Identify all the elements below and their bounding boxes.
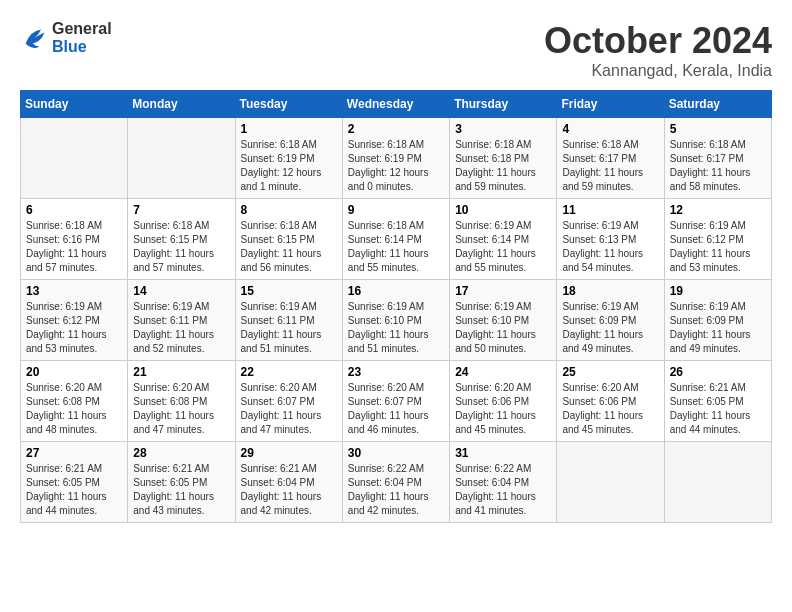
day-number: 8 [241, 203, 337, 217]
day-number: 18 [562, 284, 658, 298]
day-number: 7 [133, 203, 229, 217]
calendar-cell: 11Sunrise: 6:19 AMSunset: 6:13 PMDayligh… [557, 199, 664, 280]
day-number: 22 [241, 365, 337, 379]
day-number: 5 [670, 122, 766, 136]
location-text: Kannangad, Kerala, India [544, 62, 772, 80]
day-info: Sunrise: 6:18 AMSunset: 6:15 PMDaylight:… [241, 219, 337, 275]
logo-blue-text: Blue [52, 38, 112, 56]
day-info: Sunrise: 6:21 AMSunset: 6:05 PMDaylight:… [133, 462, 229, 518]
day-info: Sunrise: 6:20 AMSunset: 6:06 PMDaylight:… [562, 381, 658, 437]
calendar-cell: 19Sunrise: 6:19 AMSunset: 6:09 PMDayligh… [664, 280, 771, 361]
calendar-cell: 30Sunrise: 6:22 AMSunset: 6:04 PMDayligh… [342, 442, 449, 523]
weekday-header: Friday [557, 91, 664, 118]
weekday-header: Monday [128, 91, 235, 118]
calendar-cell [557, 442, 664, 523]
calendar-cell [21, 118, 128, 199]
calendar-cell: 18Sunrise: 6:19 AMSunset: 6:09 PMDayligh… [557, 280, 664, 361]
day-info: Sunrise: 6:19 AMSunset: 6:12 PMDaylight:… [670, 219, 766, 275]
calendar-cell: 16Sunrise: 6:19 AMSunset: 6:10 PMDayligh… [342, 280, 449, 361]
calendar-cell: 1Sunrise: 6:18 AMSunset: 6:19 PMDaylight… [235, 118, 342, 199]
calendar-cell: 31Sunrise: 6:22 AMSunset: 6:04 PMDayligh… [450, 442, 557, 523]
day-info: Sunrise: 6:21 AMSunset: 6:04 PMDaylight:… [241, 462, 337, 518]
calendar-cell: 15Sunrise: 6:19 AMSunset: 6:11 PMDayligh… [235, 280, 342, 361]
day-info: Sunrise: 6:19 AMSunset: 6:11 PMDaylight:… [133, 300, 229, 356]
day-info: Sunrise: 6:19 AMSunset: 6:10 PMDaylight:… [455, 300, 551, 356]
calendar-cell [128, 118, 235, 199]
calendar-cell: 26Sunrise: 6:21 AMSunset: 6:05 PMDayligh… [664, 361, 771, 442]
calendar-cell: 14Sunrise: 6:19 AMSunset: 6:11 PMDayligh… [128, 280, 235, 361]
calendar-cell: 8Sunrise: 6:18 AMSunset: 6:15 PMDaylight… [235, 199, 342, 280]
page-header: General Blue October 2024 Kannangad, Ker… [20, 20, 772, 80]
day-info: Sunrise: 6:18 AMSunset: 6:18 PMDaylight:… [455, 138, 551, 194]
calendar-cell: 12Sunrise: 6:19 AMSunset: 6:12 PMDayligh… [664, 199, 771, 280]
calendar-table: SundayMondayTuesdayWednesdayThursdayFrid… [20, 90, 772, 523]
day-number: 23 [348, 365, 444, 379]
calendar-cell: 27Sunrise: 6:21 AMSunset: 6:05 PMDayligh… [21, 442, 128, 523]
day-info: Sunrise: 6:18 AMSunset: 6:14 PMDaylight:… [348, 219, 444, 275]
day-number: 30 [348, 446, 444, 460]
logo-bird-icon [20, 24, 48, 52]
calendar-cell: 3Sunrise: 6:18 AMSunset: 6:18 PMDaylight… [450, 118, 557, 199]
day-number: 19 [670, 284, 766, 298]
day-info: Sunrise: 6:19 AMSunset: 6:10 PMDaylight:… [348, 300, 444, 356]
title-block: October 2024 Kannangad, Kerala, India [544, 20, 772, 80]
day-number: 11 [562, 203, 658, 217]
day-number: 17 [455, 284, 551, 298]
day-number: 27 [26, 446, 122, 460]
weekday-header: Wednesday [342, 91, 449, 118]
day-number: 21 [133, 365, 229, 379]
calendar-cell: 24Sunrise: 6:20 AMSunset: 6:06 PMDayligh… [450, 361, 557, 442]
day-info: Sunrise: 6:19 AMSunset: 6:14 PMDaylight:… [455, 219, 551, 275]
calendar-cell: 6Sunrise: 6:18 AMSunset: 6:16 PMDaylight… [21, 199, 128, 280]
calendar-cell: 5Sunrise: 6:18 AMSunset: 6:17 PMDaylight… [664, 118, 771, 199]
day-info: Sunrise: 6:18 AMSunset: 6:16 PMDaylight:… [26, 219, 122, 275]
weekday-header: Tuesday [235, 91, 342, 118]
day-info: Sunrise: 6:19 AMSunset: 6:13 PMDaylight:… [562, 219, 658, 275]
calendar-cell [664, 442, 771, 523]
calendar-cell: 28Sunrise: 6:21 AMSunset: 6:05 PMDayligh… [128, 442, 235, 523]
calendar-week-row: 1Sunrise: 6:18 AMSunset: 6:19 PMDaylight… [21, 118, 772, 199]
day-info: Sunrise: 6:20 AMSunset: 6:06 PMDaylight:… [455, 381, 551, 437]
calendar-cell: 10Sunrise: 6:19 AMSunset: 6:14 PMDayligh… [450, 199, 557, 280]
day-number: 6 [26, 203, 122, 217]
calendar-week-row: 13Sunrise: 6:19 AMSunset: 6:12 PMDayligh… [21, 280, 772, 361]
calendar-week-row: 27Sunrise: 6:21 AMSunset: 6:05 PMDayligh… [21, 442, 772, 523]
day-number: 4 [562, 122, 658, 136]
day-number: 12 [670, 203, 766, 217]
day-info: Sunrise: 6:19 AMSunset: 6:09 PMDaylight:… [562, 300, 658, 356]
weekday-header: Saturday [664, 91, 771, 118]
day-info: Sunrise: 6:21 AMSunset: 6:05 PMDaylight:… [26, 462, 122, 518]
day-number: 16 [348, 284, 444, 298]
day-info: Sunrise: 6:20 AMSunset: 6:08 PMDaylight:… [26, 381, 122, 437]
calendar-cell: 13Sunrise: 6:19 AMSunset: 6:12 PMDayligh… [21, 280, 128, 361]
day-info: Sunrise: 6:18 AMSunset: 6:19 PMDaylight:… [348, 138, 444, 194]
day-info: Sunrise: 6:21 AMSunset: 6:05 PMDaylight:… [670, 381, 766, 437]
calendar-cell: 2Sunrise: 6:18 AMSunset: 6:19 PMDaylight… [342, 118, 449, 199]
calendar-cell: 25Sunrise: 6:20 AMSunset: 6:06 PMDayligh… [557, 361, 664, 442]
day-info: Sunrise: 6:20 AMSunset: 6:07 PMDaylight:… [241, 381, 337, 437]
calendar-week-row: 6Sunrise: 6:18 AMSunset: 6:16 PMDaylight… [21, 199, 772, 280]
day-info: Sunrise: 6:22 AMSunset: 6:04 PMDaylight:… [348, 462, 444, 518]
logo-general-text: General [52, 20, 112, 38]
day-number: 25 [562, 365, 658, 379]
day-number: 24 [455, 365, 551, 379]
day-info: Sunrise: 6:19 AMSunset: 6:12 PMDaylight:… [26, 300, 122, 356]
day-number: 20 [26, 365, 122, 379]
calendar-cell: 7Sunrise: 6:18 AMSunset: 6:15 PMDaylight… [128, 199, 235, 280]
day-info: Sunrise: 6:20 AMSunset: 6:08 PMDaylight:… [133, 381, 229, 437]
day-info: Sunrise: 6:18 AMSunset: 6:17 PMDaylight:… [670, 138, 766, 194]
calendar-cell: 29Sunrise: 6:21 AMSunset: 6:04 PMDayligh… [235, 442, 342, 523]
day-number: 9 [348, 203, 444, 217]
day-info: Sunrise: 6:18 AMSunset: 6:19 PMDaylight:… [241, 138, 337, 194]
day-info: Sunrise: 6:19 AMSunset: 6:11 PMDaylight:… [241, 300, 337, 356]
day-number: 26 [670, 365, 766, 379]
day-info: Sunrise: 6:18 AMSunset: 6:17 PMDaylight:… [562, 138, 658, 194]
day-number: 3 [455, 122, 551, 136]
day-info: Sunrise: 6:20 AMSunset: 6:07 PMDaylight:… [348, 381, 444, 437]
calendar-cell: 17Sunrise: 6:19 AMSunset: 6:10 PMDayligh… [450, 280, 557, 361]
day-number: 13 [26, 284, 122, 298]
calendar-cell: 21Sunrise: 6:20 AMSunset: 6:08 PMDayligh… [128, 361, 235, 442]
logo: General Blue [20, 20, 112, 55]
day-number: 10 [455, 203, 551, 217]
weekday-header-row: SundayMondayTuesdayWednesdayThursdayFrid… [21, 91, 772, 118]
